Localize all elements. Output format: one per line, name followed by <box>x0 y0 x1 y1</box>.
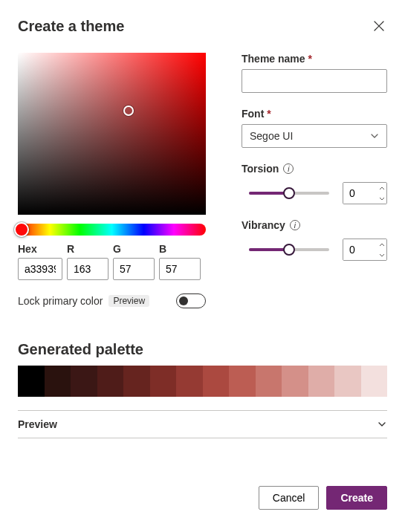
palette-swatch <box>361 366 388 397</box>
palette-swatch <box>97 366 124 397</box>
close-icon <box>374 21 384 31</box>
vibrancy-label: Vibrancy <box>242 219 285 231</box>
font-label: Font * <box>242 108 387 120</box>
info-icon[interactable]: i <box>283 163 294 174</box>
r-label: R <box>67 243 113 255</box>
hex-label: Hex <box>18 243 67 255</box>
vibrancy-increment[interactable] <box>378 239 386 250</box>
vibrancy-decrement[interactable] <box>378 250 386 260</box>
hex-input[interactable] <box>18 258 62 280</box>
vibrancy-slider-thumb[interactable] <box>283 244 295 256</box>
hue-slider[interactable] <box>18 224 206 236</box>
chevron-down-icon <box>379 253 385 257</box>
hue-thumb[interactable] <box>14 222 29 237</box>
vibrancy-slider[interactable] <box>249 242 329 257</box>
font-select-value: Segoe UI <box>250 130 293 142</box>
g-input[interactable] <box>113 258 155 280</box>
palette-swatch <box>203 366 230 397</box>
torsion-increment[interactable] <box>378 183 386 193</box>
palette-swatch <box>45 366 71 397</box>
b-label: B <box>159 243 205 255</box>
dialog-title: Create a theme <box>18 18 124 35</box>
create-button[interactable]: Create <box>326 486 387 510</box>
palette-swatch <box>123 366 150 397</box>
b-input[interactable] <box>159 258 201 280</box>
torsion-slider-thumb[interactable] <box>283 187 295 199</box>
torsion-spinner[interactable] <box>343 182 387 204</box>
generated-palette-heading: Generated palette <box>18 341 387 358</box>
chevron-down-icon <box>377 419 387 429</box>
chevron-up-icon <box>379 243 385 247</box>
vibrancy-spinner[interactable] <box>343 239 387 261</box>
lock-primary-color-toggle[interactable] <box>176 293 206 308</box>
saturation-value-thumb[interactable] <box>123 106 134 116</box>
vibrancy-value[interactable] <box>343 239 378 260</box>
palette-swatch <box>282 366 308 397</box>
g-label: G <box>113 243 159 255</box>
palette-swatch <box>308 366 335 397</box>
close-button[interactable] <box>371 18 387 34</box>
palette-swatch <box>334 366 361 397</box>
palette-swatch <box>176 366 203 397</box>
chevron-down-icon <box>379 197 385 201</box>
palette-swatch <box>71 366 97 397</box>
theme-name-label: Theme name * <box>242 53 387 65</box>
preview-badge: Preview <box>108 295 149 307</box>
palette-swatch <box>150 366 177 397</box>
palette-swatch <box>18 366 45 397</box>
chevron-down-icon <box>370 132 379 140</box>
saturation-value-picker[interactable] <box>18 53 206 215</box>
palette-swatch <box>256 366 282 397</box>
preview-accordion[interactable]: Preview <box>18 410 387 438</box>
torsion-value[interactable] <box>343 183 378 204</box>
info-icon[interactable]: i <box>290 220 300 230</box>
lock-primary-color-label: Lock primary color <box>18 295 103 307</box>
generated-palette <box>18 366 387 397</box>
palette-swatch <box>229 366 256 397</box>
preview-accordion-label: Preview <box>18 418 57 430</box>
torsion-label: Torsion <box>242 163 279 175</box>
chevron-up-icon <box>379 186 385 190</box>
torsion-decrement[interactable] <box>378 193 386 204</box>
theme-name-input[interactable] <box>242 69 387 93</box>
font-select[interactable]: Segoe UI <box>242 124 387 148</box>
r-input[interactable] <box>67 258 108 280</box>
cancel-button[interactable]: Cancel <box>259 486 320 510</box>
torsion-slider[interactable] <box>249 186 329 201</box>
